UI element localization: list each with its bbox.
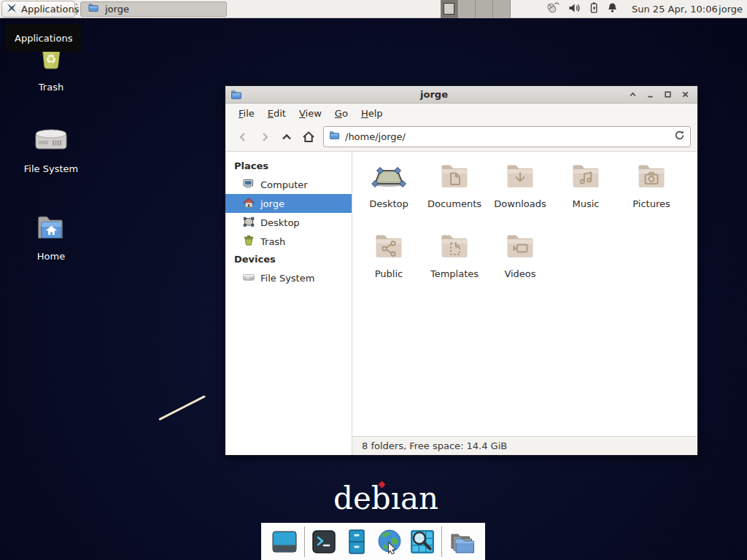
menu-view[interactable]: View xyxy=(293,105,328,122)
trash-small-icon xyxy=(243,235,255,249)
menu-help[interactable]: Help xyxy=(355,105,390,122)
desktop-icon-filesystem[interactable]: File System xyxy=(16,124,86,174)
back-button[interactable] xyxy=(232,126,254,148)
volume-icon[interactable] xyxy=(568,1,581,18)
file-label: Templates xyxy=(430,268,479,279)
web-browser-launcher[interactable] xyxy=(376,528,403,556)
folder-templates-icon xyxy=(437,229,472,267)
applications-tooltip: Applications xyxy=(6,24,82,52)
panel-clock[interactable]: Sun 25 Apr, 10:06 xyxy=(632,0,718,18)
file-item-music[interactable]: Music xyxy=(553,159,619,229)
workspace-2[interactable] xyxy=(458,0,476,18)
menubar: File Edit View Go Help xyxy=(225,104,697,122)
sidebar-item-desktop[interactable]: Desktop xyxy=(225,213,352,232)
sidebar: Places Computer xyxy=(225,152,352,455)
debian-text-post: an xyxy=(400,481,438,516)
taskbar-window-label: jorge xyxy=(105,4,129,15)
application-finder-launcher[interactable] xyxy=(409,528,436,556)
sidebar-item-label: File System xyxy=(260,273,314,284)
workspace-4[interactable] xyxy=(493,0,511,18)
minimize-button[interactable] xyxy=(643,88,657,101)
file-item-videos[interactable]: Videos xyxy=(487,229,553,299)
desktop-root: Applications jorge xyxy=(0,0,747,560)
sidebar-item-label: Desktop xyxy=(260,217,300,228)
sidebar-header-places: Places xyxy=(225,158,352,175)
folder-pictures-icon xyxy=(634,159,669,197)
maximize-button[interactable] xyxy=(661,88,675,101)
window-body: Places Computer xyxy=(225,152,697,455)
workspace-3[interactable] xyxy=(476,0,493,18)
menu-edit[interactable]: Edit xyxy=(261,105,293,122)
location-bar[interactable]: /home/jorge/ xyxy=(323,126,691,147)
path-text[interactable]: /home/jorge/ xyxy=(345,131,669,142)
sidebar-item-filesystem[interactable]: File System xyxy=(225,268,352,287)
file-item-desktop[interactable]: Desktop xyxy=(356,159,422,229)
file-item-pictures[interactable]: Pictures xyxy=(619,159,684,229)
desktop-icon xyxy=(243,216,255,230)
window-controls xyxy=(626,88,692,101)
file-label: Documents xyxy=(427,198,481,209)
toolbar: /home/jorge/ xyxy=(225,122,697,152)
menu-file[interactable]: File xyxy=(232,105,261,122)
file-manager-launcher[interactable] xyxy=(343,528,371,556)
applications-menu-button[interactable]: Applications xyxy=(1,1,75,18)
mouse-settings-icon[interactable] xyxy=(545,1,561,18)
panel-user-menu[interactable]: jorge xyxy=(719,0,743,18)
workspace-1[interactable] xyxy=(441,0,458,18)
reload-icon[interactable] xyxy=(674,130,685,144)
desktop-icon-label: Trash xyxy=(39,82,63,93)
stray-line-artifact xyxy=(158,395,206,421)
sidebar-item-label: Trash xyxy=(260,236,285,247)
dock-separator xyxy=(441,526,442,557)
file-label: Downloads xyxy=(494,198,546,209)
debian-text-i: ı xyxy=(391,481,400,516)
path-folder-icon xyxy=(329,130,340,144)
folder-public-icon xyxy=(371,229,406,267)
applications-menu-label: Applications xyxy=(21,4,79,15)
folder-videos-icon xyxy=(503,229,538,267)
file-item-downloads[interactable]: Downloads xyxy=(487,159,553,229)
sidebar-item-computer[interactable]: Computer xyxy=(225,175,352,194)
close-button[interactable] xyxy=(678,88,692,101)
workspace-pager xyxy=(441,0,511,18)
sidebar-header-devices: Devices xyxy=(225,251,352,268)
home-button[interactable] xyxy=(298,126,320,148)
bottom-dock xyxy=(261,523,485,560)
file-item-documents[interactable]: Documents xyxy=(422,159,487,229)
window-folder-icon xyxy=(231,89,242,101)
top-panel: Applications jorge xyxy=(0,0,747,18)
window-titlebar[interactable]: jorge xyxy=(225,86,697,104)
show-desktop-launcher[interactable] xyxy=(270,528,299,556)
taskbar-window-button[interactable]: jorge xyxy=(80,1,227,17)
file-label: Videos xyxy=(504,268,535,279)
computer-icon xyxy=(243,178,255,192)
menu-go[interactable]: Go xyxy=(328,105,355,122)
folder-downloads-icon xyxy=(503,159,538,197)
home-icon xyxy=(243,197,255,211)
terminal-launcher[interactable] xyxy=(310,528,338,556)
up-button[interactable] xyxy=(276,126,298,148)
home-folder-icon xyxy=(34,211,68,248)
panel-grip[interactable] xyxy=(76,4,79,15)
shade-button[interactable] xyxy=(626,88,640,101)
desktop-icon-home[interactable]: Home xyxy=(16,211,86,262)
sidebar-item-jorge[interactable]: jorge xyxy=(225,194,352,213)
file-grid: Desktop xyxy=(352,152,697,436)
sidebar-item-trash[interactable]: Trash xyxy=(225,232,352,251)
sidebar-item-label: jorge xyxy=(260,198,285,209)
harddrive-small-icon xyxy=(243,271,255,285)
forward-button[interactable] xyxy=(254,126,276,148)
notifications-bell-icon[interactable] xyxy=(606,1,619,18)
file-item-templates[interactable]: Templates xyxy=(422,229,487,299)
desktop-pad-icon xyxy=(371,159,406,197)
file-label: Public xyxy=(375,268,403,279)
sidebar-item-label: Computer xyxy=(260,179,308,190)
battery-icon[interactable] xyxy=(588,1,600,18)
file-label: Music xyxy=(573,198,600,209)
file-item-public[interactable]: Public xyxy=(356,229,422,299)
statusbar-text: 8 folders, Free space: 14.4 GiB xyxy=(362,440,507,451)
workspace-window-thumb xyxy=(444,3,454,15)
dock-separator xyxy=(304,526,305,557)
directory-menu-launcher[interactable] xyxy=(447,528,476,556)
desktop-icon-label: Home xyxy=(37,251,65,262)
